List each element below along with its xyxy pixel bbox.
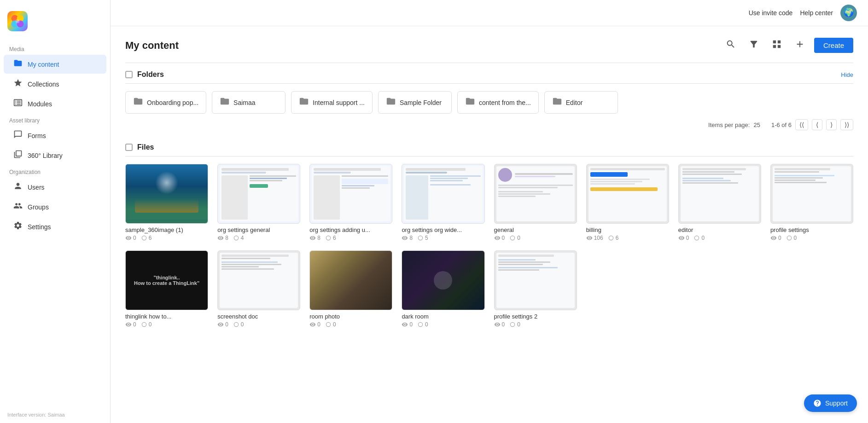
- folder-item-onboarding[interactable]: Onboarding pop...: [125, 91, 206, 114]
- svg-point-13: [695, 236, 699, 240]
- file-stats: 0 0: [125, 321, 208, 328]
- file-thumbnail: [586, 164, 669, 224]
- filter-button[interactable]: [745, 37, 763, 53]
- file-card-dark-room[interactable]: dark room 0 0: [402, 250, 484, 328]
- file-thumbnail: [402, 250, 484, 310]
- file-name: thinglink how to...: [125, 313, 208, 320]
- file-card-profile-settings-2[interactable]: profile settings 2 0 0: [494, 250, 577, 328]
- search-button[interactable]: [722, 37, 740, 53]
- file-card-org-settings-orgwide[interactable]: org settings org wide... 8 5: [402, 164, 484, 241]
- svg-point-17: [326, 322, 330, 326]
- folder-icon: [465, 96, 475, 109]
- file-card-general[interactable]: general 0 0: [494, 164, 577, 241]
- file-stats: 0 0: [494, 321, 577, 328]
- header-divider: [125, 63, 853, 63]
- file-card-thinglink[interactable]: "thinglink..How to create a ThingLink" t…: [125, 250, 208, 328]
- files-checkbox[interactable]: [125, 144, 133, 151]
- folder-name: content from the...: [479, 99, 531, 106]
- file-thumbnail: [770, 164, 853, 224]
- star-icon: [13, 78, 23, 90]
- forms-icon: [13, 130, 23, 141]
- sidebar-item-label: Settings: [28, 223, 51, 231]
- folders-grid: Onboarding pop... Saimaa Internal suppor…: [125, 91, 853, 114]
- create-button[interactable]: Create: [814, 38, 853, 53]
- grid-view-button[interactable]: [768, 37, 786, 53]
- file-card-sample-360[interactable]: sample_360image (1) 0 6: [125, 164, 208, 241]
- hide-folders-button[interactable]: Hide: [841, 71, 853, 78]
- sidebar-item-modules[interactable]: Modules: [4, 94, 106, 113]
- file-card-screenshot-doc[interactable]: screenshot doc 0 0: [217, 250, 300, 328]
- organization-section-label: Organization: [0, 165, 110, 177]
- svg-point-15: [142, 322, 146, 326]
- use-invite-code-link[interactable]: Use invite code: [749, 9, 793, 17]
- support-label: Support: [825, 400, 848, 407]
- pagination-prev[interactable]: ⟨: [812, 119, 822, 130]
- folders-section: Folders Hide Onboarding pop... Saimaa: [125, 70, 853, 130]
- svg-point-16: [234, 322, 238, 326]
- media-section-label: Media: [0, 42, 110, 54]
- sidebar-item-forms[interactable]: Forms: [4, 126, 106, 145]
- app-logo: [7, 11, 28, 31]
- file-thumbnail: [494, 250, 577, 310]
- svg-point-12: [609, 236, 613, 240]
- file-card-org-settings-adding[interactable]: org settings adding u... 8 6: [309, 164, 392, 241]
- file-card-billing[interactable]: billing 106 6: [586, 164, 669, 241]
- user-avatar[interactable]: 🌍: [840, 5, 857, 21]
- modules-icon: [13, 98, 23, 110]
- folders-checkbox[interactable]: [125, 71, 133, 78]
- sidebar-item-settings[interactable]: Settings: [4, 217, 106, 236]
- folders-section-header: Folders Hide: [125, 70, 853, 84]
- file-card-profile-settings[interactable]: profile settings 0 0: [770, 164, 853, 241]
- file-name: editor: [678, 226, 761, 233]
- file-card-org-settings-general[interactable]: org settings general 8 4: [217, 164, 300, 241]
- sidebar-item-users[interactable]: Users: [4, 178, 106, 197]
- content-header: My content Create: [125, 37, 853, 53]
- folder-item-editor[interactable]: Editor: [544, 91, 618, 114]
- svg-text:🌍: 🌍: [844, 7, 854, 17]
- folders-pagination: Items per page: 25 1-6 of 6 ⟨⟨ ⟨ ⟩ ⟩⟩: [125, 119, 853, 130]
- header-actions: Create: [722, 37, 853, 53]
- topbar: Use invite code Help center 🌍: [111, 0, 868, 26]
- file-name: org settings general: [217, 226, 300, 233]
- add-button[interactable]: [791, 37, 809, 53]
- folder-item-saimaa[interactable]: Saimaa: [212, 91, 285, 114]
- folder-name: Sample Folder: [400, 99, 442, 106]
- folder-name: Internal support ...: [313, 99, 365, 106]
- folder-name: Editor: [566, 99, 583, 106]
- file-thumbnail: [402, 164, 484, 224]
- user-icon: [13, 181, 23, 193]
- folders-header-left: Folders: [125, 70, 164, 79]
- sidebar-item-label: My content: [28, 61, 59, 68]
- interface-version: Interface version: Saimaa: [7, 412, 65, 417]
- help-center-link[interactable]: Help center: [800, 9, 833, 17]
- sidebar-item-label: 360° Library: [28, 152, 63, 159]
- file-name: profile settings: [770, 226, 853, 233]
- svg-point-10: [418, 236, 422, 240]
- library-icon: [13, 150, 23, 161]
- file-stats: 8 5: [402, 235, 484, 241]
- items-per-page-label: Items per page:: [708, 122, 750, 128]
- sidebar-item-360-library[interactable]: 360° Library: [4, 146, 106, 165]
- pagination-last[interactable]: ⟩⟩: [840, 119, 853, 130]
- file-name: billing: [586, 226, 669, 233]
- file-card-room-photo[interactable]: room photo 0 0: [309, 250, 392, 328]
- folder-item-internal-support[interactable]: Internal support ...: [291, 91, 373, 114]
- asset-library-section-label: Asset library: [0, 114, 110, 126]
- svg-point-4: [16, 19, 20, 23]
- folder-name: Saimaa: [233, 99, 255, 106]
- settings-icon: [13, 221, 23, 232]
- folder-item-content-from[interactable]: content from the...: [457, 91, 539, 114]
- pagination-first[interactable]: ⟨⟨: [795, 119, 808, 130]
- file-name: sample_360image (1): [125, 226, 208, 233]
- file-thumbnail: [217, 250, 300, 310]
- support-button[interactable]: Support: [804, 394, 857, 412]
- content-area: My content Create: [111, 26, 868, 423]
- file-card-editor[interactable]: editor 0 0: [678, 164, 761, 241]
- sidebar-item-my-content[interactable]: My content: [4, 55, 106, 74]
- folder-item-sample[interactable]: Sample Folder: [378, 91, 452, 114]
- pagination-next[interactable]: ⟩: [826, 119, 837, 130]
- sidebar-item-collections[interactable]: Collections: [4, 75, 106, 93]
- file-thumbnail: [494, 164, 577, 224]
- sidebar-item-groups[interactable]: Groups: [4, 197, 106, 216]
- folder-name: Onboarding pop...: [147, 99, 198, 106]
